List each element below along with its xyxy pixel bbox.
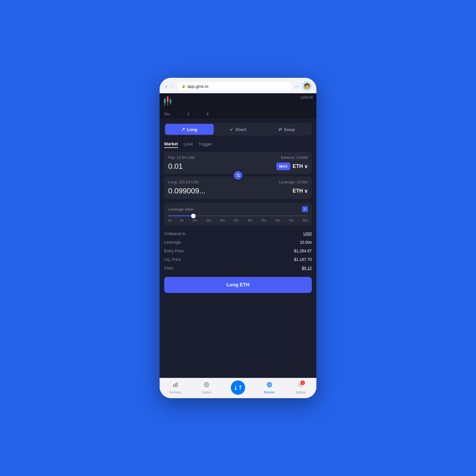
check-icon: ✓ <box>304 207 306 211</box>
url-bar[interactable]: 🔒 app.gmx.io <box>178 82 291 90</box>
pay-controls: MAX ETH ∨ <box>276 162 308 170</box>
long-label: Long: 125.24 USD <box>168 180 199 184</box>
slider-fill <box>168 215 193 216</box>
tab-swap[interactable]: ⇄ Swap <box>262 124 311 135</box>
leverage-20x: 20x <box>220 219 225 222</box>
chart-date-5: 5 <box>187 112 189 116</box>
nav-summary[interactable]: Summary <box>160 382 191 394</box>
tab-long-label: Long <box>187 127 197 132</box>
leverage-10x: 10x <box>192 219 197 222</box>
long-eth-button[interactable]: Long ETH <box>164 277 312 293</box>
balance-display: Balance: 0.0499 <box>281 155 308 160</box>
pay-amount: 12.64 USD <box>177 155 195 160</box>
avatar[interactable]: 🧑 <box>302 81 312 91</box>
chart-svg <box>162 93 180 110</box>
slider-container[interactable] <box>168 215 308 216</box>
leverage-labels: 2x 5x 10x 15x 20x 25x 30x 35x 40x 45x 50… <box>168 219 308 222</box>
collateral-label: Collateral In <box>164 231 186 236</box>
order-limit-label: Limit <box>184 142 193 146</box>
max-button[interactable]: MAX <box>276 162 290 170</box>
leverage-row-label: Leverage <box>164 240 181 245</box>
order-trigger[interactable]: Trigger <box>199 140 212 148</box>
fees-value: $0.12 <box>302 266 312 270</box>
long-value[interactable]: 0.099009... <box>168 187 205 195</box>
svg-rect-5 <box>170 100 171 103</box>
svg-rect-3 <box>167 97 168 102</box>
bottom-nav: Summary Explore <box>160 378 316 398</box>
slider-thumb[interactable] <box>191 214 196 218</box>
chart-dates: Dec 5 9 <box>164 112 209 116</box>
swap-arrows-icon: ⇅ <box>236 173 240 178</box>
pay-label: Pay: 12.64 USD <box>168 155 195 160</box>
tab-long[interactable]: ↗ Long <box>165 124 214 135</box>
browser-content: 1200.00 Dec 5 9 ↗ Long <box>160 93 316 378</box>
pay-label-row: Pay: 12.64 USD Balance: 0.0499 <box>168 155 308 160</box>
more-button[interactable]: ··· <box>294 83 299 90</box>
summary-icon <box>172 382 178 390</box>
tab-swap-label: Swap <box>284 127 295 132</box>
long-token-selector[interactable]: ETH ∨ <box>293 188 308 194</box>
order-limit[interactable]: Limit <box>184 140 193 148</box>
forward-button[interactable]: › <box>171 82 175 90</box>
detail-row-entry: Entry Price $1,264.97 <box>164 247 312 255</box>
detail-row-leverage: Leverage 10.00x <box>164 238 312 247</box>
leverage-30x: 30x <box>247 219 253 222</box>
long-token-label: ETH <box>293 188 303 194</box>
pay-value[interactable]: 0.01 <box>168 162 183 171</box>
leverage-5x: 5x <box>180 219 184 222</box>
nav-browser[interactable]: Browser <box>254 382 285 394</box>
browser-icon <box>266 382 273 390</box>
summary-label: Summary <box>169 391 181 394</box>
fees-label: Fees <box>164 266 173 270</box>
chart-price: 1200.00 <box>301 96 313 100</box>
liq-price-label: Liq. Price <box>164 257 181 262</box>
liq-price-value: $1,187.70 <box>294 257 312 262</box>
pay-token-selector[interactable]: ETH ∨ <box>293 163 308 170</box>
leverage-45x: 45x <box>289 219 294 222</box>
long-icon: ↗ <box>181 127 185 132</box>
leverage-15x: 15x <box>206 219 211 222</box>
nav-swap-center[interactable] <box>222 380 254 395</box>
browser-label: Browser <box>264 391 275 394</box>
details-section: Collateral In USD Leverage 10.00x Entry … <box>164 229 312 272</box>
short-icon: ↙ <box>230 127 233 132</box>
entry-price-label: Entry Price <box>164 249 184 253</box>
leverage-40x: 40x <box>275 219 280 222</box>
detail-row-collateral: Collateral In USD <box>164 229 312 238</box>
back-button[interactable]: ‹ <box>164 82 168 90</box>
tab-short[interactable]: ↙ Short <box>214 124 262 135</box>
long-label-row: Long: 125.24 USD Leverage: 10.00x <box>168 180 308 184</box>
explore-icon <box>203 382 210 390</box>
leverage-50x: 50x <box>303 219 308 222</box>
svg-rect-6 <box>173 384 174 387</box>
nav-settings[interactable]: 2 Settings <box>285 382 316 394</box>
leverage-2x: 2x <box>168 219 172 222</box>
order-market[interactable]: Market <box>164 140 178 148</box>
chart-date-dec: Dec <box>164 112 170 116</box>
leverage-row-value: 10.00x <box>300 240 312 245</box>
swap-direction-button[interactable]: ⇅ <box>233 170 243 181</box>
collateral-value: USD <box>303 231 312 236</box>
order-trigger-label: Trigger <box>199 142 212 146</box>
long-token-chevron: ∨ <box>304 188 308 194</box>
nav-explore[interactable]: Explore <box>191 382 223 394</box>
phone-frame: ‹ › 🔒 app.gmx.io ··· 🧑 1200.00 Dec 5 <box>160 78 316 398</box>
tab-short-label: Short <box>235 127 246 132</box>
svg-rect-7 <box>175 383 176 387</box>
svg-rect-1 <box>164 99 166 103</box>
center-swap-icon[interactable] <box>231 380 245 395</box>
leverage-section: Leverage slider ✓ 2x 5x 10x 15x <box>164 203 312 225</box>
svg-rect-8 <box>176 382 178 387</box>
order-market-label: Market <box>164 141 178 146</box>
long-amount: 125.24 USD <box>178 180 199 184</box>
pay-token-chevron: ∨ <box>304 163 308 170</box>
leverage-checkbox[interactable]: ✓ <box>302 206 308 212</box>
long-value-row: 0.099009... ETH ∨ <box>168 187 308 195</box>
lock-icon: 🔒 <box>181 84 186 88</box>
slider-track <box>168 215 308 216</box>
explore-label: Explore <box>202 391 211 394</box>
leverage-25x: 25x <box>234 219 239 222</box>
leverage-slider-label: Leverage slider <box>168 207 194 211</box>
detail-row-fees: Fees $0.12 <box>164 264 312 272</box>
url-text: app.gmx.io <box>187 84 208 89</box>
